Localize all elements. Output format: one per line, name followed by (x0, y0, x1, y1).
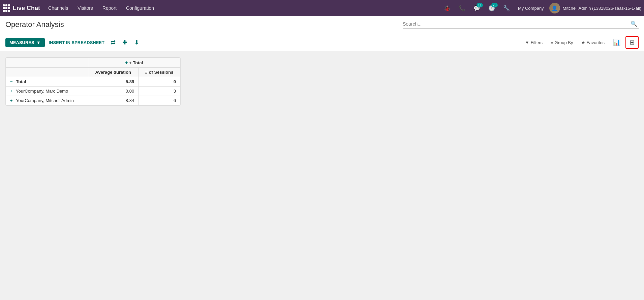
download-icon[interactable]: ⬇ (132, 37, 141, 47)
chat-badge: 11 (477, 3, 483, 7)
pivot-table: + + Total Average duration # of Sessions… (5, 57, 181, 106)
pivot-view-button[interactable]: ⊞ (625, 36, 639, 49)
marc-avg-duration: 0.00 (88, 87, 139, 96)
graph-view-button[interactable]: 📊 (609, 36, 624, 48)
filter-icon: ▼ (525, 40, 529, 45)
app-brand[interactable]: Live Chat (3, 4, 40, 12)
search-icon[interactable]: 🔍 (629, 21, 639, 27)
row-mitchell-label: + YourCompany, Mitchell Admin (6, 96, 88, 105)
mitchell-sessions: 6 (139, 96, 180, 105)
page-title: Operator Analysis (5, 20, 403, 29)
chevron-down-icon: ▼ (36, 40, 41, 45)
row-marc-label: + YourCompany, Marc Demo (6, 87, 88, 96)
table-row: − Total 5.89 9 (6, 77, 180, 87)
mitchell-avg-duration: 8.84 (88, 96, 139, 105)
search-input[interactable] (403, 21, 629, 27)
toolbar-right: ▼ Filters ≡ Group By ★ Favorites 📊 ⊞ (522, 36, 639, 49)
total-expand-icon[interactable]: + (125, 60, 128, 65)
nav-channels[interactable]: Channels (44, 3, 72, 13)
avatar[interactable]: 👤 (549, 3, 560, 13)
swap-icon[interactable]: ⇄ (109, 37, 118, 47)
nav-report[interactable]: Report (98, 3, 121, 13)
search-area: 🔍 (403, 21, 639, 29)
total-avg-duration: 5.89 (88, 77, 139, 87)
main-content: + + Total Average duration # of Sessions… (0, 52, 644, 298)
navbar: Live Chat Channels Visitors Report Confi… (0, 0, 644, 16)
corner-cell (6, 58, 88, 68)
insert-spreadsheet-button[interactable]: INSERT IN SPREADSHEET (48, 38, 106, 47)
clock-badge: 28 (491, 3, 498, 7)
add-icon[interactable]: ✚ (120, 37, 129, 47)
table-row: + YourCompany, Marc Demo 0.00 3 (6, 87, 180, 96)
wrench-icon-btn[interactable]: 🔧 (500, 4, 513, 13)
marc-sessions: 3 (139, 87, 180, 96)
toolbar: MEASURES ▼ INSERT IN SPREADSHEET ⇄ ✚ ⬇ ▼… (0, 33, 644, 52)
total-header: + + Total (88, 58, 180, 68)
measures-button[interactable]: MEASURES ▼ (5, 38, 45, 47)
col-avg-duration: Average duration (88, 68, 139, 77)
group-by-icon: ≡ (551, 40, 553, 45)
nav-visitors[interactable]: Visitors (73, 3, 97, 13)
app-title: Live Chat (13, 5, 40, 12)
group-by-button[interactable]: ≡ Group By (547, 39, 577, 46)
phone-icon-btn[interactable]: 📞 (456, 4, 468, 13)
nav-configuration[interactable]: Configuration (122, 3, 158, 13)
filters-button[interactable]: ▼ Filters (522, 39, 546, 46)
user-name: Mitchell Admin (13818026-saas-15-1-all) (563, 6, 641, 11)
plus-icon[interactable]: + (10, 98, 13, 103)
favorites-button[interactable]: ★ Favorites (578, 39, 608, 46)
total-sessions: 9 (139, 77, 180, 87)
table-row: + YourCompany, Mitchell Admin 8.84 6 (6, 96, 180, 105)
company-name: My Company (515, 6, 547, 11)
row-total-label: − Total (6, 77, 88, 87)
minus-icon[interactable]: − (10, 79, 13, 84)
clock-icon-btn[interactable]: 🕐 28 (486, 4, 498, 13)
star-icon: ★ (581, 40, 585, 45)
chat-icon-btn[interactable]: 💬 11 (471, 4, 483, 13)
bug-icon-btn[interactable]: 🐞 (441, 4, 453, 13)
corner-label (6, 68, 88, 77)
plus-icon[interactable]: + (10, 89, 13, 94)
navbar-right: 🐞 📞 💬 11 🕐 28 🔧 My Company 👤 Mitchell Ad… (441, 3, 641, 13)
apps-icon[interactable] (3, 4, 10, 12)
col-sessions: # of Sessions (139, 68, 180, 77)
page-header: Operator Analysis 🔍 (0, 16, 644, 33)
